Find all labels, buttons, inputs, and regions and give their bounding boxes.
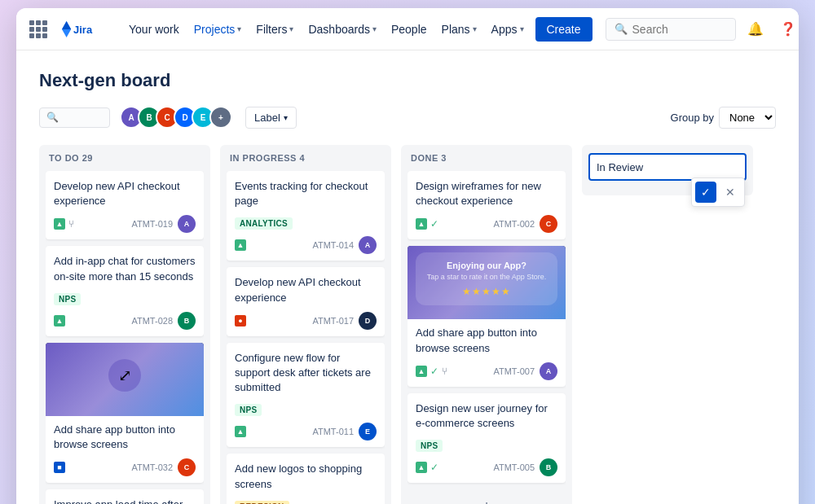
card-id: ATMT-002 [493,219,535,229]
column-todo-header: TO DO 29 [46,153,204,163]
card-meta: ATMT-005 B [493,458,557,476]
card-footer: ● ATMT-017 D [235,312,377,330]
column-done-header: DONE 3 [408,153,566,163]
card-title: Add new logos to shopping screens [235,462,377,491]
card-title: Design new user journey for e-commerce s… [416,401,557,431]
notifications-icon[interactable]: 🔔 [742,16,769,42]
card-todo-4[interactable]: Improve app load time after open [46,489,204,504]
card-todo-2[interactable]: Add in-app chat for customers on-site mo… [46,246,204,335]
dashboards-chevron: ▾ [372,24,377,33]
cancel-button[interactable]: ✕ [720,182,741,203]
navbar: Jira Your work Projects ▾ Filters ▾ Dash… [16,8,799,50]
card-avatar: A [359,236,377,254]
card-ip-1[interactable]: Events tracking for checkout page ANALYT… [227,171,385,261]
card-done-2[interactable]: Enjoying our App? Tap a star to rate it … [408,246,566,386]
nav-filters[interactable]: Filters ▾ [249,18,300,41]
task-icon: ■ [54,462,65,473]
branch-icon: ⑂ [442,366,447,377]
label-button[interactable]: Label ▾ [245,107,297,129]
story-icon: ▲ [416,218,427,230]
card-meta: ATMT-014 A [312,236,377,254]
card-meta: ATMT-032 C [131,458,196,476]
nav-your-work[interactable]: Your work [122,18,186,41]
card-icons: ▲ ✓ ⑂ [416,366,447,377]
card-avatar: C [540,215,557,233]
card-title: Add share app button into browse screens [408,326,566,355]
card-ip-2[interactable]: Develop new API checkout experience ● AT… [227,267,385,335]
toolbar-search-input[interactable] [62,112,103,124]
nav-projects[interactable]: Projects ▾ [187,18,249,41]
card-todo-1[interactable]: Develop new API checkout experience ▲ ⑂ … [46,171,204,239]
card-tag: NPS [54,293,81,305]
card-id: ATMT-005 [493,462,535,472]
projects-chevron: ▾ [237,24,241,33]
label-chevron: ▾ [284,113,288,122]
column-name-input-area[interactable]: ✓ ✕ [588,153,747,181]
card-ip-4[interactable]: Add new logos to shopping screens REDESI… [227,454,385,504]
check-icon: ✓ [430,462,438,473]
card-footer: ▲ ✓ ATMT-002 C [416,215,557,233]
column-done: DONE 3 Design wireframes for new checkou… [401,145,572,504]
card-avatar: D [359,312,377,330]
card-ip-3[interactable]: Configure new flow for support desk afte… [227,343,385,448]
card-avatar: C [178,458,196,476]
column-name-input[interactable] [597,161,738,173]
create-button[interactable]: Create [535,17,593,42]
bug-icon: ● [235,315,246,327]
card-title: Add in-app chat for customers on-site mo… [54,254,196,283]
grid-menu-icon[interactable] [29,20,47,38]
card-title: Add share app button into browse screens [46,423,204,452]
card-tag: NPS [235,404,262,416]
card-title: Configure new flow for support desk afte… [235,351,377,396]
card-id: ATMT-011 [312,427,354,436]
card-icons: ▲ [54,315,65,327]
card-avatar: B [540,458,557,476]
card-footer: ■ ATMT-032 C [46,458,204,483]
check-icon: ✓ [430,366,438,377]
nav-people[interactable]: People [385,18,434,41]
card-done-3[interactable]: Design new user journey for e-commerce s… [408,393,566,483]
search-input[interactable] [632,23,727,36]
card-icons: ● [235,315,246,327]
confirm-button[interactable]: ✓ [695,182,716,203]
toolbar-search[interactable]: 🔍 [39,107,110,128]
card-meta: ATMT-019 A [131,215,196,233]
card-icons: ▲ [235,239,246,251]
card-image: ⤢ [46,343,204,416]
nav-apps[interactable]: Apps ▾ [485,18,531,41]
column-inprogress: IN PROGRESS 4 Events tracking for checko… [220,145,391,504]
card-avatar: A [540,362,557,380]
card-done-1[interactable]: Design wireframes for new checkout exper… [408,171,566,239]
avatar-filter-more[interactable]: + [209,106,232,129]
story-icon: ▲ [235,426,246,437]
search-box[interactable]: 🔍 [606,18,736,41]
card-id: ATMT-014 [312,240,354,250]
card-image: Enjoying our App? Tap a star to rate it … [408,246,566,319]
column-todo: TO DO 29 Develop new API checkout experi… [39,145,210,504]
add-card-done[interactable]: + [408,493,566,504]
nav-dashboards[interactable]: Dashboards ▾ [302,18,383,41]
card-title: Develop new API checkout experience [54,179,196,208]
nav-items: Your work Projects ▾ Filters ▾ Dashboard… [122,17,593,42]
groupby-select[interactable]: None [719,107,776,129]
column-inprogress-cards: Events tracking for checkout page ANALYT… [227,171,385,504]
groupby-area: Group by None [671,107,776,129]
card-avatar: B [178,312,196,330]
card-meta: ATMT-007 A [493,362,557,380]
help-icon[interactable]: ❓ [775,16,799,42]
card-icons: ▲ ⑂ [54,218,74,230]
card-todo-3[interactable]: ⤢ Add share app button into browse scree… [46,343,204,483]
card-id: ATMT-017 [312,316,354,326]
avatar-filter-group: A B C D E + [120,106,232,129]
card-avatar: E [359,423,377,440]
card-title: Design wireframes for new checkout exper… [416,179,557,208]
jira-logo[interactable]: Jira [57,20,106,39]
nav-plans[interactable]: Plans ▾ [435,18,483,41]
input-actions: ✓ ✕ [691,177,745,207]
main-window: Jira Your work Projects ▾ Filters ▾ Dash… [16,8,799,504]
star-rating: ★★★★★ [427,286,547,297]
card-title: Events tracking for checkout page [235,179,377,208]
board-title: Next-gen board [39,70,776,91]
card-title: Improve app load time after open [54,497,196,504]
card-id: ATMT-032 [131,462,173,472]
